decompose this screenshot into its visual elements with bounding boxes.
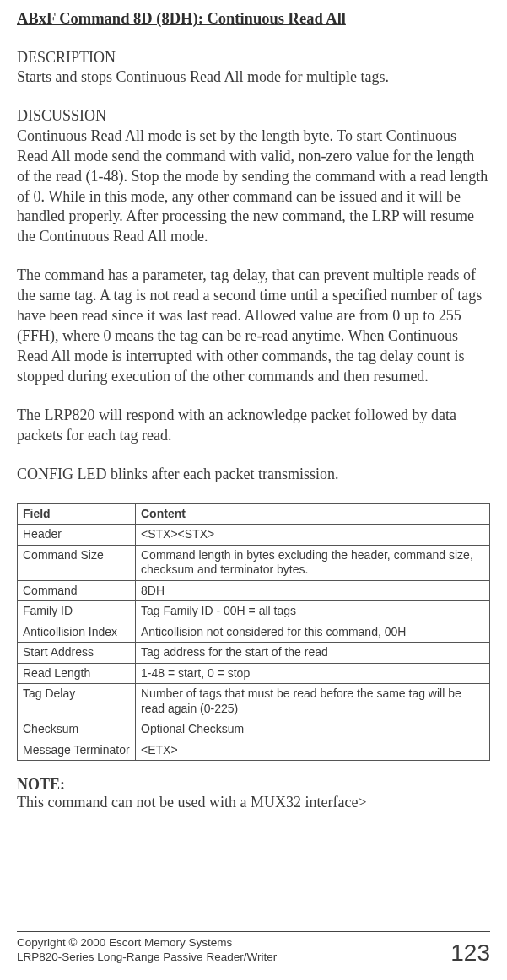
table-header-content: Content xyxy=(136,503,490,525)
table-cell-content: Number of tags that must be read before … xyxy=(136,684,490,719)
table-cell-field: Command xyxy=(18,580,136,601)
table-header-row: Field Content xyxy=(18,503,490,525)
table-row: Command 8DH xyxy=(18,580,490,601)
table-cell-content: 1-48 = start, 0 = stop xyxy=(136,663,490,684)
table-row: Header <STX><STX> xyxy=(18,525,490,546)
table-row: Family ID Tag Family ID - 00H = all tags xyxy=(18,601,490,622)
discussion-p1: Continuous Read All mode is set by the l… xyxy=(17,127,490,248)
table-cell-field: Command Size xyxy=(18,545,136,580)
description-label: DESCRIPTION xyxy=(17,48,490,67)
discussion-p3-block: The LRP820 will respond with an acknowle… xyxy=(17,406,490,446)
table-cell-field: Start Address xyxy=(18,643,136,664)
table-row: Command Size Command length in bytes exc… xyxy=(18,545,490,580)
note-label: NOTE: xyxy=(17,776,490,794)
table-row: Checksum Optional Checksum xyxy=(18,719,490,740)
footer-copyright: Copyright © 2000 Escort Memory Systems xyxy=(17,935,277,950)
description-block: DESCRIPTION Starts and stops Continuous … xyxy=(17,48,490,88)
table-row: Tag Delay Number of tags that must be re… xyxy=(18,684,490,719)
table-row: Start Address Tag address for the start … xyxy=(18,643,490,664)
table-cell-field: Read Length xyxy=(18,663,136,684)
table-cell-field: Message Terminator xyxy=(18,740,136,761)
description-text: Starts and stops Continuous Read All mod… xyxy=(17,67,490,88)
table-cell-content: Tag address for the start of the read xyxy=(136,643,490,664)
table-row: Anticollision Index Anticollision not co… xyxy=(18,622,490,643)
discussion-p4: CONFIG LED blinks after each packet tran… xyxy=(17,465,490,485)
note-text: This command can not be used with a MUX3… xyxy=(17,794,490,811)
table-row: Message Terminator <ETX> xyxy=(18,740,490,761)
table-header-field: Field xyxy=(18,503,136,525)
table-cell-content: Anticollision not considered for this co… xyxy=(136,622,490,643)
discussion-p4-block: CONFIG LED blinks after each packet tran… xyxy=(17,465,490,485)
table-cell-content: 8DH xyxy=(136,580,490,601)
discussion-p2: The command has a parameter, tag delay, … xyxy=(17,266,490,387)
discussion-block: DISCUSSION Continuous Read All mode is s… xyxy=(17,106,490,247)
table-cell-content: Command length in bytes excluding the he… xyxy=(136,545,490,580)
discussion-p2-block: The command has a parameter, tag delay, … xyxy=(17,266,490,387)
footer-product: LRP820-Series Long-Range Passive Reader/… xyxy=(17,950,277,965)
table-cell-field: Header xyxy=(18,525,136,546)
table-cell-content: Optional Checksum xyxy=(136,719,490,740)
footer-left: Copyright © 2000 Escort Memory Systems L… xyxy=(17,935,277,965)
table-cell-content: <STX><STX> xyxy=(136,525,490,546)
footer-page-number: 123 xyxy=(450,941,490,965)
table-row: Read Length 1-48 = start, 0 = stop xyxy=(18,663,490,684)
discussion-label: DISCUSSION xyxy=(17,106,490,126)
page-footer: Copyright © 2000 Escort Memory Systems L… xyxy=(17,931,490,965)
table-cell-content: Tag Family ID - 00H = all tags xyxy=(136,601,490,622)
table-cell-content: <ETX> xyxy=(136,740,490,761)
table-cell-field: Checksum xyxy=(18,719,136,740)
table-cell-field: Anticollision Index xyxy=(18,622,136,643)
page-title: ABxF Command 8D (8DH): Continuous Read A… xyxy=(17,10,490,28)
command-table: Field Content Header <STX><STX> Command … xyxy=(17,503,490,762)
table-cell-field: Tag Delay xyxy=(18,684,136,719)
discussion-p3: The LRP820 will respond with an acknowle… xyxy=(17,406,490,446)
table-cell-field: Family ID xyxy=(18,601,136,622)
